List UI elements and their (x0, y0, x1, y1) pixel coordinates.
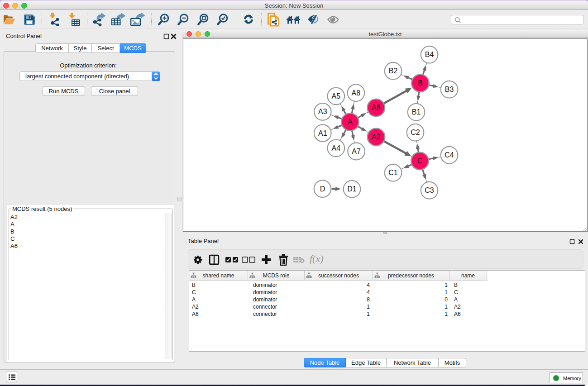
svg-text:B: B (418, 79, 423, 87)
svg-text:A2: A2 (372, 133, 381, 141)
svg-text:A6: A6 (372, 104, 381, 112)
svg-text:B1: B1 (412, 108, 421, 116)
svg-text:A3: A3 (318, 108, 327, 115)
svg-text:B2: B2 (389, 67, 398, 75)
svg-text:C3: C3 (425, 186, 434, 194)
svg-text:B4: B4 (425, 51, 434, 58)
svg-text:D: D (320, 185, 325, 193)
svg-text:A: A (348, 118, 353, 126)
svg-text:C1: C1 (388, 169, 398, 176)
svg-text:C2: C2 (411, 129, 420, 136)
svg-text:A5: A5 (332, 92, 341, 100)
svg-text:B3: B3 (445, 86, 454, 93)
svg-text:A8: A8 (352, 89, 361, 97)
svg-text:C: C (417, 157, 423, 165)
svg-text:D1: D1 (347, 185, 357, 193)
svg-text:A1: A1 (318, 129, 327, 137)
svg-text:A7: A7 (352, 148, 361, 155)
svg-text:C4: C4 (445, 151, 454, 159)
svg-text:A4: A4 (332, 144, 341, 152)
